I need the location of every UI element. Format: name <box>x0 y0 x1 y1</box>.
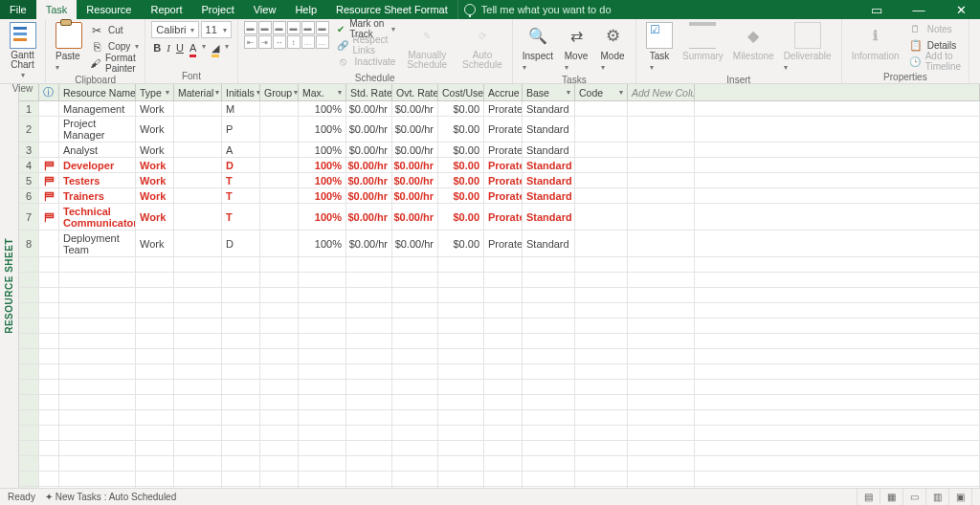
empty-row[interactable] <box>19 334 980 349</box>
inactivate-icon <box>337 55 350 68</box>
auto-icon: ⟳ <box>469 22 496 49</box>
resource-row[interactable]: 6⛿TrainersWorkT100%$0.00/hr$0.00/hr$0.00… <box>19 188 980 204</box>
overallocated-icon: ⛿ <box>44 160 55 171</box>
col-header-ovt-rate[interactable]: Ovt. Rate▾ <box>392 84 438 100</box>
check-icon <box>337 22 345 35</box>
empty-row[interactable] <box>19 288 980 303</box>
deliverable-icon <box>794 22 821 49</box>
overallocated-icon: ⛿ <box>44 190 55 202</box>
respect-links-button[interactable]: Respect Links <box>337 37 396 54</box>
indent-progress-grid[interactable]: ▬▬▬▬▬▬ ⇤⇥↔↕…… <box>244 21 329 71</box>
add-to-timeline-button[interactable]: Add to Timeline <box>909 54 963 70</box>
milestone-button[interactable]: Milestone <box>729 21 778 73</box>
manual-icon: ✎ <box>413 22 440 49</box>
lightbulb-icon <box>464 4 476 15</box>
font-name-combobox[interactable]: Calibri▾ <box>151 21 198 38</box>
manually-schedule-button[interactable]: ✎ManuallySchedule <box>403 21 451 71</box>
view-task-usage-button[interactable]: ▦ <box>880 489 903 506</box>
milestone-icon <box>740 22 767 49</box>
tell-me-search[interactable]: Tell me what you want to do <box>458 0 612 19</box>
notes-button[interactable]: Notes <box>909 21 963 37</box>
status-bar: Ready ✦ New Tasks : Auto Scheduled ▤ ▦ ▭… <box>0 488 980 505</box>
view-team-planner-button[interactable]: ▭ <box>903 489 926 506</box>
close-button[interactable]: ✕ <box>942 0 980 19</box>
empty-row[interactable] <box>19 472 980 487</box>
tell-me-placeholder: Tell me what you want to do <box>481 4 612 15</box>
col-header-cost-use[interactable]: Cost/Use▾ <box>438 84 484 100</box>
brush-icon <box>90 56 100 70</box>
tab-project[interactable]: Project <box>191 0 243 19</box>
resource-row[interactable]: 4⛿DeveloperWorkD100%$0.00/hr$0.00/hr$0.0… <box>19 158 980 173</box>
deliverable-button[interactable]: Deliverable▾ <box>780 21 835 73</box>
view-gantt-button[interactable]: ▤ <box>858 489 880 506</box>
empty-row[interactable] <box>19 273 980 288</box>
empty-row[interactable] <box>19 349 980 364</box>
minimize-button[interactable]: — <box>900 0 938 19</box>
view-resource-sheet-button[interactable]: ▥ <box>926 489 949 506</box>
inactivate-button[interactable]: Inactivate <box>337 54 396 70</box>
info-icon <box>862 22 889 49</box>
gantt-chart-button[interactable]: GanttChart ▾ <box>6 21 39 81</box>
overallocated-icon: ⛿ <box>44 175 55 187</box>
link-icon <box>337 38 348 52</box>
font-size-combobox[interactable]: 11▾ <box>201 21 232 38</box>
empty-row[interactable] <box>19 318 980 334</box>
empty-row[interactable] <box>19 364 980 380</box>
tab-help[interactable]: Help <box>285 0 326 19</box>
ribbon-display-options[interactable]: ▭ <box>858 0 896 19</box>
font-color-button[interactable]: A <box>189 42 196 57</box>
move-button[interactable]: Move▾ <box>559 21 593 73</box>
tab-resource[interactable]: Resource <box>77 0 141 19</box>
empty-row[interactable] <box>19 257 980 273</box>
gantt-chart-icon <box>10 22 36 49</box>
col-header-type[interactable]: Type▾ <box>136 84 174 100</box>
format-painter-button[interactable]: Format Painter <box>90 55 139 72</box>
status-new-tasks: ✦ New Tasks : Auto Scheduled <box>45 492 176 502</box>
copy-icon <box>90 40 103 54</box>
tab-task[interactable]: Task <box>36 0 78 19</box>
empty-row[interactable] <box>19 303 980 318</box>
resource-sheet-grid[interactable]: ⓘResource Name▾Type▾Material▾Initials▾Gr… <box>19 84 980 488</box>
empty-row[interactable] <box>19 395 980 410</box>
paste-button[interactable]: Paste ▾ <box>52 21 86 73</box>
bold-button[interactable]: B <box>153 42 161 57</box>
view-side-tab[interactable]: RESOURCE SHEET <box>0 84 19 488</box>
tab-view[interactable]: View <box>244 0 286 19</box>
empty-row[interactable] <box>19 410 980 426</box>
view-report-button[interactable]: ▣ <box>949 489 972 506</box>
tab-resource-sheet-format[interactable]: Resource Sheet Format <box>326 0 457 19</box>
grid-header: ⓘResource Name▾Type▾Material▾Initials▾Gr… <box>19 84 980 101</box>
tab-file[interactable]: File <box>0 0 36 19</box>
empty-row[interactable] <box>19 456 980 472</box>
summary-button[interactable]: Summary <box>679 21 727 73</box>
inspect-icon <box>524 22 551 49</box>
col-header-max-[interactable]: Max.▾ <box>299 84 346 100</box>
empty-row[interactable] <box>19 380 980 395</box>
auto-schedule-button[interactable]: ⟳AutoSchedule <box>458 21 506 71</box>
col-header-std-rate[interactable]: Std. Rate▾ <box>346 84 392 100</box>
resource-row[interactable]: 7⛿Technical CommunicatorsWorkT100%$0.00/… <box>19 204 980 231</box>
inspect-button[interactable]: Inspect▾ <box>519 21 557 73</box>
resource-row[interactable]: 2Project ManagerWorkP100%$0.00/hr$0.00/h… <box>19 117 980 143</box>
scroll-to-task-button[interactable]: Scrollto Task <box>975 21 980 80</box>
resource-row[interactable]: 1ManagementWorkM100%$0.00/hr$0.00/hr$0.0… <box>19 101 980 117</box>
mode-button[interactable]: Mode▾ <box>595 21 630 73</box>
cut-button[interactable]: Cut <box>90 23 139 39</box>
resource-row[interactable]: 3AnalystWorkA100%$0.00/hr$0.00/hr$0.00Pr… <box>19 143 980 158</box>
timeline-icon <box>909 55 921 68</box>
resource-row[interactable]: 5⛿TestersWorkT100%$0.00/hr$0.00/hr$0.00P… <box>19 173 980 188</box>
italic-button[interactable]: I <box>167 42 170 57</box>
resource-row[interactable]: 8Deployment TeamWorkD100%$0.00/hr$0.00/h… <box>19 231 980 257</box>
fill-color-button[interactable]: ◢ <box>212 42 219 57</box>
empty-row[interactable] <box>19 441 980 456</box>
col-header-material[interactable]: Material▾ <box>174 84 222 100</box>
underline-button[interactable]: U <box>176 42 184 57</box>
mode-icon <box>599 22 626 49</box>
tab-report[interactable]: Report <box>141 0 191 19</box>
col-header-group[interactable]: Group▾ <box>260 84 299 100</box>
col-header-accrue[interactable]: Accrue▾ <box>484 84 523 100</box>
empty-row[interactable] <box>19 426 980 441</box>
information-button[interactable]: Information <box>848 21 903 70</box>
col-header-initials[interactable]: Initials▾ <box>222 84 260 100</box>
task-button[interactable]: Task▾ <box>642 21 677 73</box>
